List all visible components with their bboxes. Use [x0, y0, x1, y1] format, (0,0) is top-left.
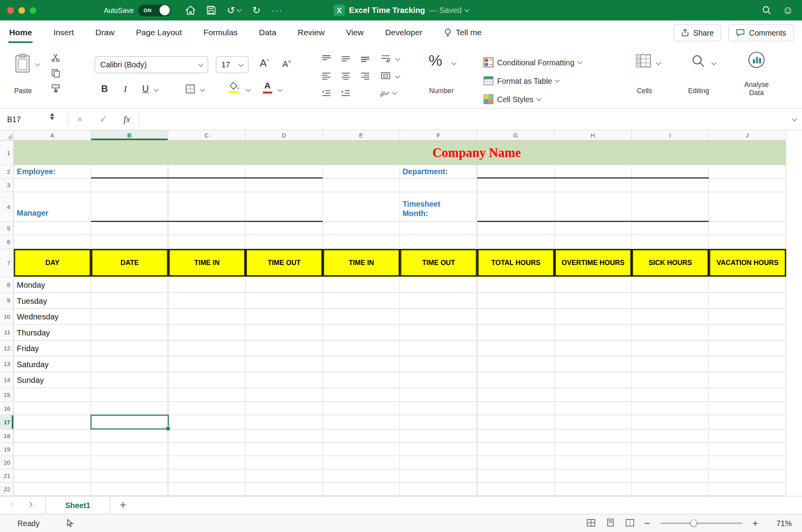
sheet-tab-sheet1[interactable]: Sheet1: [45, 496, 110, 514]
sheet-row-17[interactable]: 17: [0, 415, 786, 430]
sheet-row-12[interactable]: 12 Friday: [0, 341, 786, 356]
tab-data[interactable]: Data: [259, 20, 276, 45]
timesheet-header-row[interactable]: DAY DATE TIME IN TIME OUT TIME IN TIME O…: [14, 249, 786, 277]
row-cells-11[interactable]: Thursday: [14, 325, 786, 340]
select-all-corner[interactable]: [0, 130, 14, 141]
undo-button[interactable]: ↺: [221, 0, 247, 20]
cell-styles-button[interactable]: Cell Styles: [483, 94, 540, 104]
row-cells-6[interactable]: [14, 235, 786, 249]
sheet-row-3[interactable]: 3: [0, 179, 786, 192]
row-header-16[interactable]: 16: [0, 402, 14, 415]
header-cell-vacation-hours[interactable]: VACATION HOURS: [709, 249, 786, 277]
insert-function-button[interactable]: fx: [115, 114, 139, 124]
row-header-17[interactable]: 17: [0, 415, 14, 430]
row-cells-3[interactable]: [14, 179, 786, 192]
tab-formulas[interactable]: Formulas: [203, 20, 237, 45]
minimize-window-button[interactable]: [18, 7, 25, 14]
row-cells-19[interactable]: [14, 443, 786, 456]
row-cells-8[interactable]: Monday: [14, 277, 786, 293]
conditional-formatting-button[interactable]: Conditional Formatting: [483, 57, 582, 67]
row-header-13[interactable]: 13: [0, 356, 14, 372]
decrease-indent-button[interactable]: [321, 89, 331, 97]
merge-center-button[interactable]: [381, 72, 391, 80]
row-header-9[interactable]: 9: [0, 293, 14, 308]
more-commands-button[interactable]: ···: [266, 0, 289, 20]
borders-chevron-icon[interactable]: [200, 89, 204, 91]
row-cells-10[interactable]: Wednesday: [14, 309, 786, 325]
previous-sheet-button[interactable]: [0, 504, 15, 506]
align-bottom-button[interactable]: [360, 54, 370, 62]
align-center-button[interactable]: [341, 72, 351, 80]
autosave-toggle[interactable]: ON: [138, 4, 171, 16]
comments-button[interactable]: Comments: [729, 24, 794, 41]
number-format-chevron-icon[interactable]: [452, 62, 456, 64]
tab-developer[interactable]: Developer: [385, 20, 423, 45]
cancel-entry-button[interactable]: ×: [68, 114, 92, 125]
row-header-20[interactable]: 20: [0, 456, 14, 469]
sheet-row-21[interactable]: 21: [0, 469, 786, 483]
row-header-21[interactable]: 21: [0, 469, 14, 483]
sheet-row-18[interactable]: 18: [0, 429, 786, 443]
orientation-button[interactable]: ab: [379, 88, 390, 97]
row-header-18[interactable]: 18: [0, 429, 14, 443]
sheet-row-15[interactable]: 15: [0, 388, 786, 402]
header-cell-overtime-hours[interactable]: OVERTIME HOURS: [555, 249, 632, 277]
sheet-row-14[interactable]: 14 Sunday: [0, 372, 786, 388]
enter-entry-button[interactable]: ✓: [92, 114, 115, 125]
search-icon[interactable]: [756, 0, 777, 20]
row-header-19[interactable]: 19: [0, 443, 14, 456]
editing-chevron-icon[interactable]: [712, 62, 715, 64]
zoom-slider[interactable]: [660, 523, 742, 524]
font-size-select[interactable]: 17: [216, 56, 249, 73]
row-cells-5[interactable]: [14, 222, 786, 235]
orientation-chevron-icon[interactable]: [393, 92, 396, 94]
sheet-row-6[interactable]: 6: [0, 235, 786, 249]
next-sheet-button[interactable]: [15, 504, 32, 506]
format-as-table-button[interactable]: Format as Table: [483, 76, 559, 86]
row-header-12[interactable]: 12: [0, 341, 14, 356]
tab-home[interactable]: Home: [9, 20, 32, 45]
row-cells-13[interactable]: Saturday: [14, 356, 786, 372]
row-header-1[interactable]: 1: [0, 141, 14, 165]
bold-button[interactable]: B: [101, 84, 108, 94]
sheet-row-5[interactable]: 5: [0, 222, 786, 235]
sheet-row-16[interactable]: 16: [0, 402, 786, 415]
paste-menu-chevron-icon[interactable]: [36, 63, 39, 65]
undo-menu-chevron-icon[interactable]: [237, 7, 242, 12]
share-button[interactable]: Share: [674, 24, 722, 41]
column-header-i[interactable]: I: [632, 130, 709, 141]
column-header-b[interactable]: B: [91, 130, 168, 141]
header-cell-sick-hours[interactable]: SICK HOURS: [632, 249, 709, 277]
align-top-button[interactable]: [321, 54, 331, 62]
sheet-row-13[interactable]: 13 Saturday: [0, 356, 786, 372]
sheet-row-2[interactable]: 2 Employee: Department:: [0, 165, 786, 179]
percent-style-button[interactable]: %: [429, 52, 443, 69]
align-right-button[interactable]: [360, 72, 370, 80]
analyse-data-button[interactable]: [748, 51, 765, 69]
column-header-g[interactable]: G: [477, 130, 555, 141]
row-cells-14[interactable]: Sunday: [14, 372, 786, 388]
column-header-e[interactable]: E: [323, 130, 400, 141]
header-cell-total-hours[interactable]: TOTAL HOURS: [477, 249, 555, 277]
close-window-button[interactable]: [7, 7, 14, 14]
zoom-out-button[interactable]: −: [644, 518, 650, 529]
tab-page-layout[interactable]: Page Layout: [136, 20, 182, 45]
borders-button[interactable]: [185, 84, 195, 94]
add-sheet-button[interactable]: +: [110, 498, 135, 512]
zoom-window-button[interactable]: [30, 7, 36, 14]
sheet-row-8[interactable]: 8 Monday: [0, 277, 786, 293]
row-header-8[interactable]: 8: [0, 277, 14, 293]
column-header-a[interactable]: A: [14, 130, 91, 141]
header-cell-day[interactable]: DAY: [14, 249, 91, 277]
row-header-5[interactable]: 5: [0, 222, 14, 235]
worksheet-grid[interactable]: A B C D E F G H I J 1 Company Name 2 Emp…: [0, 130, 786, 496]
paste-button[interactable]: [13, 53, 32, 74]
row-header-7[interactable]: 7: [0, 249, 14, 277]
header-cell-date[interactable]: DATE: [91, 249, 168, 277]
tell-me-button[interactable]: Tell me: [444, 28, 482, 38]
expand-formula-bar-button[interactable]: [787, 118, 802, 120]
increase-indent-button[interactable]: [341, 89, 351, 97]
row-cells-22[interactable]: [14, 483, 786, 496]
font-color-chevron-icon[interactable]: [278, 89, 282, 91]
wrap-text-chevron-icon[interactable]: [396, 58, 399, 60]
